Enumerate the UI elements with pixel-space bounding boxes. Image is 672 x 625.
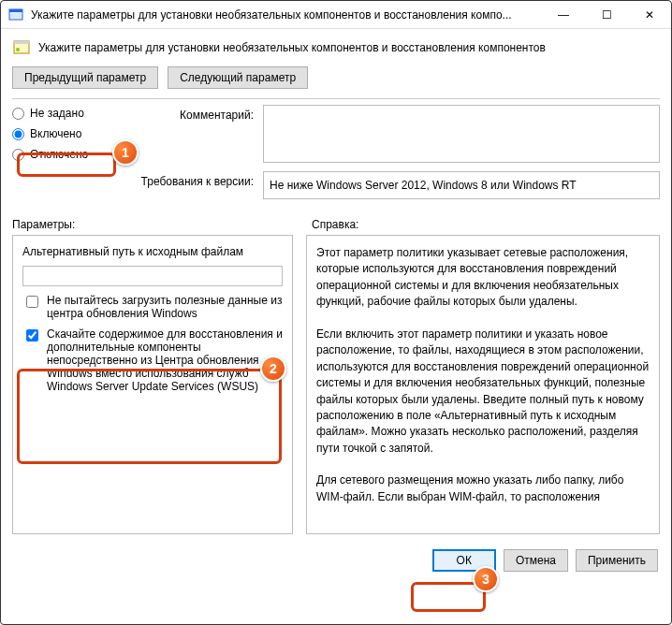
svg-rect-1	[9, 9, 22, 12]
policy-icon	[12, 38, 31, 57]
badge-1: 1	[112, 139, 139, 166]
radio-not-configured-input[interactable]	[12, 108, 24, 120]
radio-disabled-input[interactable]	[12, 149, 24, 161]
radio-enabled[interactable]: Включено	[12, 127, 124, 140]
parameters-label: Параметры:	[12, 218, 293, 231]
maximize-button[interactable]: ☐	[585, 1, 628, 28]
dialog-heading: Укажите параметры для установки необязат…	[38, 41, 546, 54]
nav-buttons: Предыдущий параметр Следующий параметр	[1, 63, 671, 98]
next-setting-button[interactable]: Следующий параметр	[168, 66, 308, 89]
badge-2: 2	[260, 356, 286, 382]
radio-not-configured[interactable]: Не задано	[12, 107, 124, 120]
prev-setting-button[interactable]: Предыдущий параметр	[12, 66, 158, 89]
help-label: Справка:	[293, 218, 660, 231]
radio-not-configured-label: Не задано	[30, 107, 84, 120]
window-title: Укажите параметры для установки необязат…	[31, 8, 542, 22]
dialog-footer: ОК Отмена Применить	[1, 540, 671, 581]
svg-rect-3	[14, 41, 29, 44]
checkbox-wsus-label: Скачайте содержимое для восстановления и…	[47, 327, 283, 393]
radio-enabled-label: Включено	[30, 127, 81, 140]
alt-path-input[interactable]	[22, 266, 283, 286]
dialog-header: Укажите параметры для установки необязат…	[1, 29, 671, 63]
checkbox-wsus[interactable]: Скачайте содержимое для восстановления и…	[22, 327, 283, 393]
close-button[interactable]: ✕	[628, 1, 671, 28]
svg-point-4	[16, 48, 20, 51]
parameters-panel: Альтернативный путь к исходным файлам Не…	[12, 235, 293, 534]
comment-textarea[interactable]	[263, 105, 660, 163]
help-panel[interactable]: Этот параметр политики указывает сетевые…	[306, 235, 660, 534]
alt-path-label: Альтернативный путь к исходным файлам	[22, 245, 283, 258]
requirements-text: Не ниже Windows Server 2012, Windows 8 и…	[263, 171, 660, 199]
checkbox-no-wu[interactable]: Не пытайтесь загрузить полезные данные и…	[22, 294, 283, 320]
checkbox-wsus-input[interactable]	[26, 329, 38, 342]
comment-label: Комментарий:	[128, 105, 259, 122]
titlebar: Укажите параметры для установки необязат…	[1, 1, 671, 29]
badge-3: 3	[473, 566, 499, 592]
radio-disabled[interactable]: Отключено	[12, 148, 124, 161]
radio-enabled-input[interactable]	[12, 128, 24, 140]
requirements-label: Требования к версии:	[128, 171, 259, 188]
apply-button[interactable]: Применить	[576, 549, 658, 572]
state-radio-group: Не задано Включено Отключено	[12, 105, 124, 161]
checkbox-no-wu-input[interactable]	[26, 296, 38, 308]
radio-disabled-label: Отключено	[30, 148, 88, 161]
cancel-button[interactable]: Отмена	[504, 549, 568, 572]
minimize-button[interactable]: —	[542, 1, 585, 28]
checkbox-no-wu-label: Не пытайтесь загрузить полезные данные и…	[47, 294, 283, 320]
app-icon	[8, 7, 23, 22]
